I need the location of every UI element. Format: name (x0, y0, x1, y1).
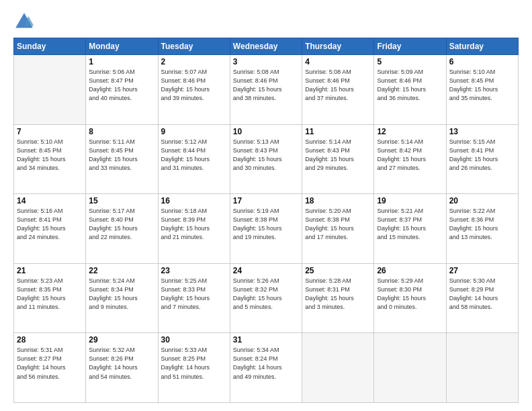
day-number: 5 (377, 57, 443, 66)
calendar-day-cell: 4Sunrise: 5:08 AM Sunset: 8:46 PM Daylig… (302, 55, 374, 125)
calendar-header-row: SundayMondayTuesdayWednesdayThursdayFrid… (14, 38, 519, 55)
calendar-day-cell: 14Sunrise: 5:16 AM Sunset: 8:41 PM Dayli… (14, 194, 86, 264)
day-info: Sunrise: 5:19 AM Sunset: 8:38 PM Dayligh… (233, 207, 299, 242)
day-info: Sunrise: 5:17 AM Sunset: 8:40 PM Dayligh… (89, 207, 154, 242)
calendar-day-cell: 28Sunrise: 5:31 AM Sunset: 8:27 PM Dayli… (14, 333, 86, 403)
calendar-day-cell: 18Sunrise: 5:20 AM Sunset: 8:38 PM Dayli… (302, 194, 374, 264)
calendar-day-cell: 11Sunrise: 5:14 AM Sunset: 8:43 PM Dayli… (302, 124, 374, 194)
calendar-table: SundayMondayTuesdayWednesdayThursdayFrid… (13, 38, 519, 403)
day-number: 17 (233, 196, 299, 205)
day-number: 1 (89, 57, 154, 66)
calendar-day-cell: 16Sunrise: 5:18 AM Sunset: 8:39 PM Dayli… (158, 194, 230, 264)
day-info: Sunrise: 5:25 AM Sunset: 8:33 PM Dayligh… (161, 277, 227, 312)
calendar-week-2: 7Sunrise: 5:10 AM Sunset: 8:45 PM Daylig… (14, 124, 519, 194)
calendar-day-cell: 7Sunrise: 5:10 AM Sunset: 8:45 PM Daylig… (14, 124, 86, 194)
calendar-day-cell: 17Sunrise: 5:19 AM Sunset: 8:38 PM Dayli… (230, 194, 302, 264)
day-info: Sunrise: 5:31 AM Sunset: 8:27 PM Dayligh… (17, 346, 83, 381)
day-number: 22 (89, 266, 154, 275)
calendar-day-cell: 10Sunrise: 5:13 AM Sunset: 8:43 PM Dayli… (230, 124, 302, 194)
day-number: 27 (449, 266, 515, 275)
calendar-day-cell: 22Sunrise: 5:24 AM Sunset: 8:34 PM Dayli… (86, 263, 158, 333)
calendar-day-cell: 6Sunrise: 5:10 AM Sunset: 8:45 PM Daylig… (446, 55, 518, 125)
day-number: 18 (305, 196, 371, 205)
day-number: 7 (17, 127, 83, 136)
header (13, 11, 519, 32)
day-number: 21 (17, 266, 83, 275)
day-number: 20 (449, 196, 515, 205)
calendar-day-cell: 25Sunrise: 5:28 AM Sunset: 8:31 PM Dayli… (302, 263, 374, 333)
calendar-header-friday: Friday (374, 38, 446, 55)
day-info: Sunrise: 5:15 AM Sunset: 8:41 PM Dayligh… (449, 138, 515, 173)
calendar-day-cell (446, 333, 518, 403)
calendar-week-1: 1Sunrise: 5:06 AM Sunset: 8:47 PM Daylig… (14, 55, 519, 125)
calendar-day-cell: 30Sunrise: 5:33 AM Sunset: 8:25 PM Dayli… (158, 333, 230, 403)
calendar-day-cell: 27Sunrise: 5:30 AM Sunset: 8:29 PM Dayli… (446, 263, 518, 333)
calendar-day-cell: 8Sunrise: 5:11 AM Sunset: 8:45 PM Daylig… (86, 124, 158, 194)
day-info: Sunrise: 5:10 AM Sunset: 8:45 PM Dayligh… (449, 68, 515, 103)
calendar-week-5: 28Sunrise: 5:31 AM Sunset: 8:27 PM Dayli… (14, 333, 519, 403)
day-number: 6 (449, 57, 515, 66)
day-number: 19 (377, 196, 443, 205)
day-info: Sunrise: 5:08 AM Sunset: 8:46 PM Dayligh… (233, 68, 299, 103)
day-info: Sunrise: 5:08 AM Sunset: 8:46 PM Dayligh… (305, 68, 371, 103)
day-info: Sunrise: 5:22 AM Sunset: 8:36 PM Dayligh… (449, 207, 515, 242)
day-info: Sunrise: 5:32 AM Sunset: 8:26 PM Dayligh… (89, 346, 154, 381)
day-number: 31 (233, 335, 299, 345)
calendar-day-cell: 31Sunrise: 5:34 AM Sunset: 8:24 PM Dayli… (230, 333, 302, 403)
day-number: 3 (233, 57, 299, 66)
calendar-day-cell: 20Sunrise: 5:22 AM Sunset: 8:36 PM Dayli… (446, 194, 518, 264)
calendar-day-cell (14, 55, 86, 125)
calendar-header-thursday: Thursday (302, 38, 374, 55)
calendar-day-cell: 19Sunrise: 5:21 AM Sunset: 8:37 PM Dayli… (374, 194, 446, 264)
day-number: 16 (161, 196, 227, 205)
calendar-day-cell: 29Sunrise: 5:32 AM Sunset: 8:26 PM Dayli… (86, 333, 158, 403)
day-info: Sunrise: 5:34 AM Sunset: 8:24 PM Dayligh… (233, 346, 299, 381)
calendar-header-wednesday: Wednesday (230, 38, 302, 55)
day-number: 11 (305, 127, 371, 136)
day-info: Sunrise: 5:33 AM Sunset: 8:25 PM Dayligh… (161, 346, 227, 381)
day-number: 30 (161, 335, 227, 345)
day-info: Sunrise: 5:11 AM Sunset: 8:45 PM Dayligh… (89, 138, 154, 173)
calendar-day-cell: 9Sunrise: 5:12 AM Sunset: 8:44 PM Daylig… (158, 124, 230, 194)
day-info: Sunrise: 5:07 AM Sunset: 8:46 PM Dayligh… (161, 68, 227, 103)
day-number: 28 (17, 335, 83, 345)
day-info: Sunrise: 5:20 AM Sunset: 8:38 PM Dayligh… (305, 207, 371, 242)
day-info: Sunrise: 5:30 AM Sunset: 8:29 PM Dayligh… (449, 277, 515, 312)
calendar-day-cell: 15Sunrise: 5:17 AM Sunset: 8:40 PM Dayli… (86, 194, 158, 264)
day-number: 9 (161, 127, 227, 136)
day-info: Sunrise: 5:26 AM Sunset: 8:32 PM Dayligh… (233, 277, 299, 312)
calendar-header-sunday: Sunday (14, 38, 86, 55)
day-number: 12 (377, 127, 443, 136)
logo-icon (13, 11, 35, 32)
calendar-day-cell (374, 333, 446, 403)
calendar-day-cell: 12Sunrise: 5:14 AM Sunset: 8:42 PM Dayli… (374, 124, 446, 194)
calendar-header-tuesday: Tuesday (158, 38, 230, 55)
day-number: 25 (305, 266, 371, 275)
day-info: Sunrise: 5:16 AM Sunset: 8:41 PM Dayligh… (17, 207, 83, 242)
day-number: 8 (89, 127, 154, 136)
calendar-header-saturday: Saturday (446, 38, 518, 55)
calendar-day-cell: 3Sunrise: 5:08 AM Sunset: 8:46 PM Daylig… (230, 55, 302, 125)
calendar-header-monday: Monday (86, 38, 158, 55)
day-number: 26 (377, 266, 443, 275)
day-info: Sunrise: 5:21 AM Sunset: 8:37 PM Dayligh… (377, 207, 443, 242)
calendar-day-cell: 13Sunrise: 5:15 AM Sunset: 8:41 PM Dayli… (446, 124, 518, 194)
day-number: 29 (89, 335, 154, 345)
calendar-day-cell: 2Sunrise: 5:07 AM Sunset: 8:46 PM Daylig… (158, 55, 230, 125)
day-info: Sunrise: 5:29 AM Sunset: 8:30 PM Dayligh… (377, 277, 443, 312)
calendar-day-cell: 23Sunrise: 5:25 AM Sunset: 8:33 PM Dayli… (158, 263, 230, 333)
calendar-day-cell: 24Sunrise: 5:26 AM Sunset: 8:32 PM Dayli… (230, 263, 302, 333)
day-info: Sunrise: 5:24 AM Sunset: 8:34 PM Dayligh… (89, 277, 154, 312)
day-number: 4 (305, 57, 371, 66)
day-number: 15 (89, 196, 154, 205)
day-info: Sunrise: 5:13 AM Sunset: 8:43 PM Dayligh… (233, 138, 299, 173)
day-number: 10 (233, 127, 299, 136)
calendar-day-cell: 5Sunrise: 5:09 AM Sunset: 8:46 PM Daylig… (374, 55, 446, 125)
calendar-day-cell (302, 333, 374, 403)
day-info: Sunrise: 5:12 AM Sunset: 8:44 PM Dayligh… (161, 138, 227, 173)
day-number: 2 (161, 57, 227, 66)
day-info: Sunrise: 5:09 AM Sunset: 8:46 PM Dayligh… (377, 68, 443, 103)
day-info: Sunrise: 5:18 AM Sunset: 8:39 PM Dayligh… (161, 207, 227, 242)
calendar-day-cell: 26Sunrise: 5:29 AM Sunset: 8:30 PM Dayli… (374, 263, 446, 333)
calendar-week-3: 14Sunrise: 5:16 AM Sunset: 8:41 PM Dayli… (14, 194, 519, 264)
